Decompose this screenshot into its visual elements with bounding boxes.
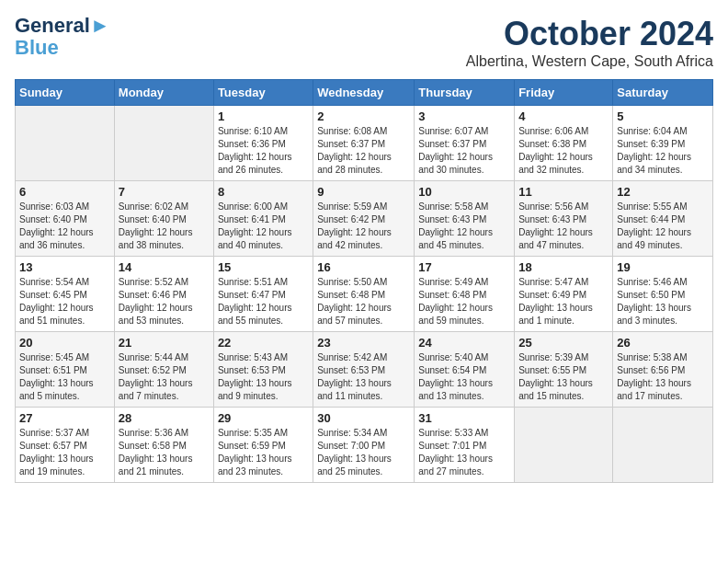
calendar-table: SundayMondayTuesdayWednesdayThursdayFrid… <box>15 79 713 483</box>
calendar-cell: 20Sunrise: 5:45 AM Sunset: 6:51 PM Dayli… <box>16 332 115 408</box>
day-detail: Sunrise: 6:07 AM Sunset: 6:37 PM Dayligh… <box>418 125 510 177</box>
day-number: 6 <box>19 185 110 199</box>
calendar-cell: 7Sunrise: 6:02 AM Sunset: 6:40 PM Daylig… <box>114 181 213 257</box>
calendar-cell: 24Sunrise: 5:40 AM Sunset: 6:54 PM Dayli… <box>415 332 515 408</box>
calendar-body: 1Sunrise: 6:10 AM Sunset: 6:36 PM Daylig… <box>16 106 713 483</box>
logo: General► Blue <box>15 15 110 59</box>
calendar-cell: 8Sunrise: 6:00 AM Sunset: 6:41 PM Daylig… <box>213 181 313 257</box>
calendar-cell: 27Sunrise: 5:37 AM Sunset: 6:57 PM Dayli… <box>16 408 115 483</box>
calendar-cell: 10Sunrise: 5:58 AM Sunset: 6:43 PM Dayli… <box>415 181 515 257</box>
day-of-week-header: Wednesday <box>313 80 415 106</box>
day-detail: Sunrise: 5:37 AM Sunset: 6:57 PM Dayligh… <box>19 427 110 478</box>
day-detail: Sunrise: 6:04 AM Sunset: 6:39 PM Dayligh… <box>617 125 709 177</box>
calendar-cell: 26Sunrise: 5:38 AM Sunset: 6:56 PM Dayli… <box>613 332 713 408</box>
day-of-week-header: Tuesday <box>213 80 313 106</box>
calendar-cell: 15Sunrise: 5:51 AM Sunset: 6:47 PM Dayli… <box>213 257 313 332</box>
calendar-cell: 19Sunrise: 5:46 AM Sunset: 6:50 PM Dayli… <box>613 257 713 332</box>
day-detail: Sunrise: 5:33 AM Sunset: 7:01 PM Dayligh… <box>418 427 510 478</box>
calendar-cell: 21Sunrise: 5:44 AM Sunset: 6:52 PM Dayli… <box>114 332 213 408</box>
calendar-cell: 3Sunrise: 6:07 AM Sunset: 6:37 PM Daylig… <box>415 106 515 181</box>
title-section: October 2024 Albertina, Western Cape, So… <box>466 15 713 70</box>
month-title: October 2024 <box>466 15 713 53</box>
calendar-week-row: 27Sunrise: 5:37 AM Sunset: 6:57 PM Dayli… <box>16 408 713 483</box>
day-detail: Sunrise: 5:59 AM Sunset: 6:42 PM Dayligh… <box>317 201 410 252</box>
day-detail: Sunrise: 5:50 AM Sunset: 6:48 PM Dayligh… <box>317 276 410 327</box>
calendar-week-row: 13Sunrise: 5:54 AM Sunset: 6:45 PM Dayli… <box>16 257 713 332</box>
day-number: 22 <box>218 336 309 350</box>
calendar-cell: 11Sunrise: 5:56 AM Sunset: 6:43 PM Dayli… <box>515 181 613 257</box>
day-number: 9 <box>317 185 410 199</box>
day-detail: Sunrise: 5:44 AM Sunset: 6:52 PM Dayligh… <box>119 351 210 403</box>
day-detail: Sunrise: 6:06 AM Sunset: 6:38 PM Dayligh… <box>518 125 609 177</box>
calendar-cell: 6Sunrise: 6:03 AM Sunset: 6:40 PM Daylig… <box>16 181 115 257</box>
day-number: 18 <box>518 260 609 274</box>
day-number: 24 <box>418 336 510 350</box>
days-of-week-row: SundayMondayTuesdayWednesdayThursdayFrid… <box>16 80 713 106</box>
calendar-cell: 30Sunrise: 5:34 AM Sunset: 7:00 PM Dayli… <box>313 408 415 483</box>
day-detail: Sunrise: 5:42 AM Sunset: 6:53 PM Dayligh… <box>317 351 410 403</box>
day-detail: Sunrise: 5:40 AM Sunset: 6:54 PM Dayligh… <box>418 351 510 403</box>
day-detail: Sunrise: 5:38 AM Sunset: 6:56 PM Dayligh… <box>617 351 709 403</box>
day-number: 30 <box>317 411 410 425</box>
calendar-cell: 5Sunrise: 6:04 AM Sunset: 6:39 PM Daylig… <box>613 106 713 181</box>
calendar-cell: 14Sunrise: 5:52 AM Sunset: 6:46 PM Dayli… <box>114 257 213 332</box>
day-number: 10 <box>418 185 510 199</box>
calendar-cell <box>16 106 115 181</box>
day-detail: Sunrise: 5:46 AM Sunset: 6:50 PM Dayligh… <box>617 276 709 327</box>
day-detail: Sunrise: 6:08 AM Sunset: 6:37 PM Dayligh… <box>317 125 410 177</box>
calendar-week-row: 20Sunrise: 5:45 AM Sunset: 6:51 PM Dayli… <box>16 332 713 408</box>
day-number: 15 <box>218 260 309 274</box>
calendar-week-row: 6Sunrise: 6:03 AM Sunset: 6:40 PM Daylig… <box>16 181 713 257</box>
day-detail: Sunrise: 5:52 AM Sunset: 6:46 PM Dayligh… <box>119 276 210 327</box>
day-number: 31 <box>418 411 510 425</box>
day-detail: Sunrise: 5:51 AM Sunset: 6:47 PM Dayligh… <box>218 276 309 327</box>
calendar-cell: 31Sunrise: 5:33 AM Sunset: 7:01 PM Dayli… <box>415 408 515 483</box>
calendar-cell: 1Sunrise: 6:10 AM Sunset: 6:36 PM Daylig… <box>213 106 313 181</box>
day-number: 11 <box>518 185 609 199</box>
day-number: 13 <box>19 260 110 274</box>
day-number: 17 <box>418 260 510 274</box>
day-number: 7 <box>119 185 210 199</box>
day-number: 3 <box>418 109 510 123</box>
day-number: 23 <box>317 336 410 350</box>
day-number: 8 <box>218 185 309 199</box>
calendar-cell: 2Sunrise: 6:08 AM Sunset: 6:37 PM Daylig… <box>313 106 415 181</box>
day-number: 19 <box>617 260 709 274</box>
day-detail: Sunrise: 6:02 AM Sunset: 6:40 PM Dayligh… <box>119 201 210 252</box>
day-detail: Sunrise: 5:58 AM Sunset: 6:43 PM Dayligh… <box>418 201 510 252</box>
logo-text: General► <box>15 15 110 37</box>
day-number: 25 <box>518 336 609 350</box>
calendar-cell: 4Sunrise: 6:06 AM Sunset: 6:38 PM Daylig… <box>515 106 613 181</box>
day-of-week-header: Monday <box>114 80 213 106</box>
day-detail: Sunrise: 5:43 AM Sunset: 6:53 PM Dayligh… <box>218 351 309 403</box>
day-number: 20 <box>19 336 110 350</box>
day-number: 2 <box>317 109 410 123</box>
day-number: 14 <box>119 260 210 274</box>
calendar-cell: 28Sunrise: 5:36 AM Sunset: 6:58 PM Dayli… <box>114 408 213 483</box>
day-of-week-header: Friday <box>515 80 613 106</box>
location: Albertina, Western Cape, South Africa <box>466 53 713 70</box>
calendar-cell <box>613 408 713 483</box>
day-of-week-header: Saturday <box>613 80 713 106</box>
day-detail: Sunrise: 6:03 AM Sunset: 6:40 PM Dayligh… <box>19 201 110 252</box>
day-detail: Sunrise: 5:45 AM Sunset: 6:51 PM Dayligh… <box>19 351 110 403</box>
calendar-cell: 23Sunrise: 5:42 AM Sunset: 6:53 PM Dayli… <box>313 332 415 408</box>
day-detail: Sunrise: 5:34 AM Sunset: 7:00 PM Dayligh… <box>317 427 410 478</box>
calendar-cell: 13Sunrise: 5:54 AM Sunset: 6:45 PM Dayli… <box>16 257 115 332</box>
day-detail: Sunrise: 6:00 AM Sunset: 6:41 PM Dayligh… <box>218 201 309 252</box>
day-number: 26 <box>617 336 709 350</box>
day-number: 27 <box>19 411 110 425</box>
calendar-cell: 25Sunrise: 5:39 AM Sunset: 6:55 PM Dayli… <box>515 332 613 408</box>
calendar-cell <box>515 408 613 483</box>
calendar-cell: 22Sunrise: 5:43 AM Sunset: 6:53 PM Dayli… <box>213 332 313 408</box>
day-detail: Sunrise: 5:49 AM Sunset: 6:48 PM Dayligh… <box>418 276 510 327</box>
calendar-cell: 17Sunrise: 5:49 AM Sunset: 6:48 PM Dayli… <box>415 257 515 332</box>
day-detail: Sunrise: 5:54 AM Sunset: 6:45 PM Dayligh… <box>19 276 110 327</box>
day-detail: Sunrise: 5:56 AM Sunset: 6:43 PM Dayligh… <box>518 201 609 252</box>
day-detail: Sunrise: 6:10 AM Sunset: 6:36 PM Dayligh… <box>218 125 309 177</box>
day-number: 21 <box>119 336 210 350</box>
calendar-cell: 9Sunrise: 5:59 AM Sunset: 6:42 PM Daylig… <box>313 181 415 257</box>
day-number: 5 <box>617 109 709 123</box>
calendar-cell: 16Sunrise: 5:50 AM Sunset: 6:48 PM Dayli… <box>313 257 415 332</box>
calendar-week-row: 1Sunrise: 6:10 AM Sunset: 6:36 PM Daylig… <box>16 106 713 181</box>
